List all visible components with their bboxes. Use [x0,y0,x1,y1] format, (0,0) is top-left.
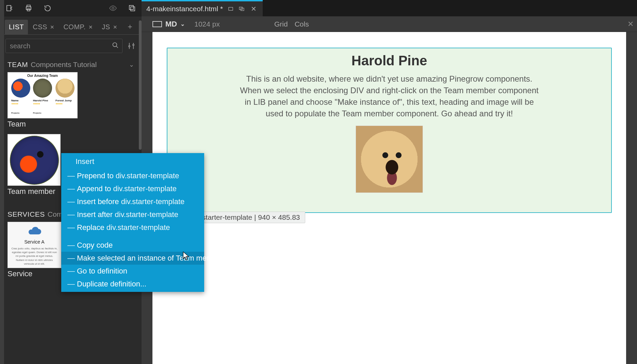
page-heading: Harold Pine [174,53,605,68]
cloud-icon [27,227,42,236]
svg-point-4 [129,46,130,47]
print-icon[interactable] [24,3,33,13]
svg-point-3 [113,43,117,47]
ctx-insert-after[interactable]: —Insert after div.starter-template [61,208,204,221]
ctx-make-instance[interactable]: —Make selected an instance of Team membe… [61,252,204,265]
selected-element[interactable]: Harold Pine This is an old website, wher… [167,48,612,213]
component-thumb-team[interactable]: Our Amazing Team Name Harold Pine Forest… [7,72,78,118]
close-icon[interactable]: ✕ [50,24,55,30]
thumb-stars: ★★★★★ [33,102,40,105]
section-header-team[interactable]: TEAM Components Tutorial ⌄ [0,57,142,71]
tab-list[interactable]: LIST [5,20,28,34]
context-menu: Insert —Prepend to div.starter-template … [61,153,204,292]
thumb-stars: ★★★★★ [55,102,62,105]
svg-rect-6 [229,7,233,11]
component-thumb-service[interactable]: Service A Cras justo odio, dapibus ac fa… [7,222,61,268]
toggle-grid[interactable]: Grid [274,20,288,28]
section-title: TEAM [7,61,28,69]
breakpoint-label: MD [165,20,177,29]
toggle-cols[interactable]: Cols [295,20,309,28]
thumb-name: Harold Pine [33,99,54,102]
thumb-avatar [55,79,75,98]
svg-rect-1 [131,7,135,11]
ctx-replace[interactable]: —Replace div.starter-template [61,221,204,234]
close-icon[interactable]: ✕ [249,5,258,13]
file-tab-active[interactable]: 4-makeinstanceof.html * ✕ [142,0,263,16]
tab-label: CSS [33,23,47,31]
tab-label: LIST [9,23,24,31]
thumb-avatar [33,79,52,98]
thumb-name: Forest Jump [55,99,77,102]
breakpoint-selector[interactable]: MD ⌄ [152,20,185,29]
section-title: SERVICES [7,210,45,218]
selection-dims: 940 × 485.83 [258,213,300,221]
close-icon[interactable]: ✕ [88,24,93,30]
tab-css[interactable]: CSS✕ [29,20,59,34]
lib-tabs: LIST CSS✕ COMP.✕ JS✕ ＋ [0,16,142,35]
left-strip [0,0,4,364]
device-icon [152,21,162,27]
ctx-duplicate-definition[interactable]: —Duplicate definition... [61,278,204,291]
breakpoint-bar: MD ⌄ 1024 px Grid Cols ✕ [142,16,637,32]
tab-label: COMP. [63,23,85,31]
file-tab-title: 4-makeinstanceof.html * [146,5,223,13]
chevron-down-icon: ⌄ [180,21,185,27]
thumb-stars: ★★★★★ [11,102,18,105]
thumb-proj: Projects: [33,112,42,114]
close-icon[interactable]: ✕ [113,24,118,30]
copy-icon[interactable] [127,3,137,13]
ctx-copy-code[interactable]: —Copy code [61,239,204,252]
duplicate-window-icon[interactable] [239,6,245,12]
ctx-prepend[interactable]: —Prepend to div.starter-template [61,169,204,182]
svg-point-0 [112,7,114,9]
ctx-append[interactable]: —Append to div.starter-template [61,182,204,195]
selection-badge: div.starter-template | 940 × 485.83 [186,212,305,223]
ctx-insert-before[interactable]: —Insert before div.starter-template [61,195,204,208]
import-icon[interactable] [5,3,14,13]
scrollbar[interactable] [139,20,142,150]
svg-rect-2 [129,5,133,10]
section-subtitle: Components Tutorial [31,61,97,69]
add-tab-button[interactable]: ＋ [125,21,135,32]
thumb-avatar [11,79,30,98]
page-image [356,126,423,193]
component-thumb-team-member[interactable] [7,134,61,186]
ctx-go-to-definition[interactable]: —Go to definition [61,265,204,278]
svg-point-5 [133,44,134,46]
chevron-down-icon[interactable]: ⌄ [129,61,134,68]
document-content: Harold Pine This is an old website, wher… [174,53,605,193]
search-icon[interactable] [112,42,119,50]
close-icon[interactable]: ✕ [627,20,634,29]
file-tab-bar: 4-makeinstanceof.html * ✕ [142,0,637,16]
page-paragraph: This is an old website, where we didn't … [238,73,541,119]
thumb-desc: Cras justo odio, dapibus ac facilisis in… [11,247,58,266]
thumb-title: Service A [11,239,58,245]
thumb-name: Name [11,99,32,102]
thumb-image [10,136,59,185]
tab-js[interactable]: JS✕ [98,20,121,34]
left-toolbar [0,0,142,16]
thumb-proj: Projects: [11,112,20,114]
viewport-size: 1024 px [194,20,220,28]
canvas[interactable]: Harold Pine This is an old website, wher… [152,32,626,364]
context-menu-header: Insert [61,153,204,169]
main-area: 4-makeinstanceof.html * ✕ MD ⌄ 1024 px G… [142,0,637,364]
search-input[interactable] [9,42,112,50]
thumb-title: Our Amazing Team [8,74,77,78]
rotate-icon[interactable] [43,3,52,13]
component-label: Team [0,118,142,133]
search-input-wrapper [5,39,122,53]
tab-label: JS [102,23,110,31]
eye-icon[interactable] [108,3,118,13]
search-row [0,35,142,57]
tools-icon[interactable] [127,41,136,51]
window-icon[interactable] [228,6,234,12]
tab-comp[interactable]: COMP.✕ [59,20,97,34]
